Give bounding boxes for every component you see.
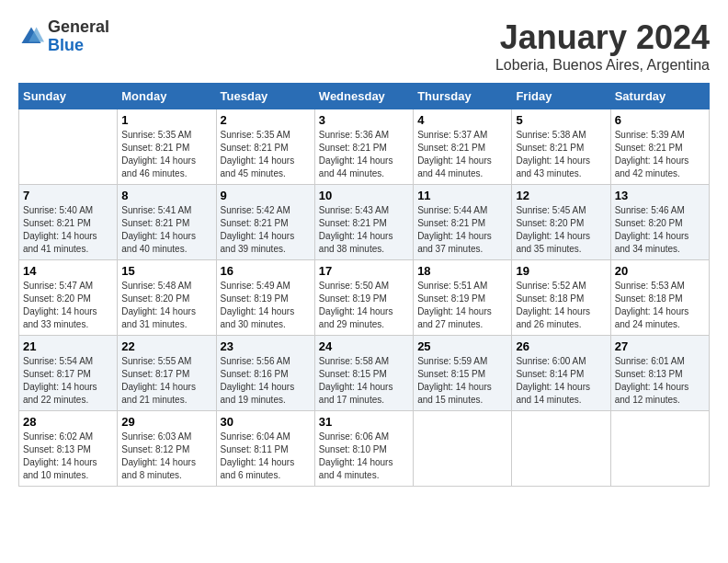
calendar-cell: 24Sunrise: 5:58 AMSunset: 8:15 PMDayligh… (314, 336, 413, 411)
day-info: Sunrise: 5:53 AMSunset: 8:18 PMDaylight:… (615, 280, 705, 331)
day-info: Sunrise: 5:35 AMSunset: 8:21 PMDaylight:… (121, 129, 211, 180)
day-info: Sunrise: 5:37 AMSunset: 8:21 PMDaylight:… (417, 129, 507, 180)
day-number: 21 (23, 339, 113, 353)
calendar-cell: 20Sunrise: 5:53 AMSunset: 8:18 PMDayligh… (610, 260, 709, 336)
calendar-cell: 13Sunrise: 5:46 AMSunset: 8:20 PMDayligh… (610, 185, 709, 260)
calendar-cell: 11Sunrise: 5:44 AMSunset: 8:21 PMDayligh… (414, 185, 512, 260)
day-info: Sunrise: 6:00 AMSunset: 8:14 PMDaylight:… (516, 355, 606, 407)
calendar-cell (512, 411, 610, 487)
day-info: Sunrise: 6:01 AMSunset: 8:13 PMDaylight:… (615, 355, 705, 407)
day-info: Sunrise: 6:04 AMSunset: 8:11 PMDaylight:… (221, 431, 311, 482)
day-number: 10 (319, 189, 409, 202)
calendar-cell: 1Sunrise: 5:35 AMSunset: 8:21 PMDaylight… (118, 109, 216, 185)
day-info: Sunrise: 5:58 AMSunset: 8:15 PMDaylight:… (319, 355, 409, 407)
calendar-cell: 27Sunrise: 6:01 AMSunset: 8:13 PMDayligh… (610, 336, 709, 411)
day-number: 1 (121, 113, 211, 127)
calendar-cell: 18Sunrise: 5:51 AMSunset: 8:19 PMDayligh… (414, 260, 512, 336)
day-info: Sunrise: 6:03 AMSunset: 8:12 PMDaylight:… (121, 431, 211, 482)
day-number: 26 (516, 339, 606, 353)
day-info: Sunrise: 5:44 AMSunset: 8:21 PMDaylight:… (417, 204, 507, 256)
calendar-cell: 15Sunrise: 5:48 AMSunset: 8:20 PMDayligh… (118, 260, 216, 336)
calendar-cell: 2Sunrise: 5:35 AMSunset: 8:21 PMDaylight… (216, 109, 314, 185)
day-number: 28 (23, 415, 113, 429)
calendar-cell: 19Sunrise: 5:52 AMSunset: 8:18 PMDayligh… (512, 260, 610, 336)
day-info: Sunrise: 5:51 AMSunset: 8:19 PMDaylight:… (417, 280, 507, 331)
calendar-cell: 3Sunrise: 5:36 AMSunset: 8:21 PMDaylight… (314, 109, 413, 185)
weekday-header-wednesday: Wednesday (314, 84, 413, 109)
day-number: 20 (615, 264, 705, 278)
day-number: 4 (417, 113, 507, 127)
day-info: Sunrise: 5:54 AMSunset: 8:17 PMDaylight:… (23, 355, 113, 407)
day-number: 6 (615, 113, 705, 127)
calendar-cell: 21Sunrise: 5:54 AMSunset: 8:17 PMDayligh… (19, 336, 118, 411)
calendar-subtitle: Loberia, Buenos Aires, Argentina (495, 57, 710, 74)
day-number: 30 (221, 415, 311, 429)
day-number: 15 (121, 264, 211, 278)
day-info: Sunrise: 5:43 AMSunset: 8:21 PMDaylight:… (319, 204, 409, 256)
day-info: Sunrise: 5:45 AMSunset: 8:20 PMDaylight:… (516, 204, 606, 256)
day-info: Sunrise: 6:06 AMSunset: 8:10 PMDaylight:… (319, 431, 409, 482)
calendar-cell: 17Sunrise: 5:50 AMSunset: 8:19 PMDayligh… (314, 260, 413, 336)
week-row-4: 21Sunrise: 5:54 AMSunset: 8:17 PMDayligh… (19, 336, 710, 411)
calendar-title: January 2024 (495, 18, 710, 57)
day-info: Sunrise: 5:52 AMSunset: 8:18 PMDaylight:… (516, 280, 606, 331)
day-number: 5 (516, 113, 606, 127)
logo-blue: Blue (48, 37, 109, 55)
day-number: 29 (121, 415, 211, 429)
day-number: 2 (221, 113, 311, 127)
weekday-header-row: SundayMondayTuesdayWednesdayThursdayFrid… (19, 84, 710, 109)
weekday-header-tuesday: Tuesday (216, 84, 314, 109)
calendar-cell: 16Sunrise: 5:49 AMSunset: 8:19 PMDayligh… (216, 260, 314, 336)
day-info: Sunrise: 5:42 AMSunset: 8:21 PMDaylight:… (221, 204, 311, 256)
calendar-cell: 30Sunrise: 6:04 AMSunset: 8:11 PMDayligh… (216, 411, 314, 487)
calendar-cell: 10Sunrise: 5:43 AMSunset: 8:21 PMDayligh… (314, 185, 413, 260)
calendar-cell: 22Sunrise: 5:55 AMSunset: 8:17 PMDayligh… (118, 336, 216, 411)
week-row-1: 1Sunrise: 5:35 AMSunset: 8:21 PMDaylight… (19, 109, 710, 185)
day-number: 25 (417, 339, 507, 353)
calendar-cell: 12Sunrise: 5:45 AMSunset: 8:20 PMDayligh… (512, 185, 610, 260)
day-number: 22 (121, 339, 211, 353)
weekday-header-thursday: Thursday (414, 84, 512, 109)
weekday-header-monday: Monday (118, 84, 216, 109)
day-number: 3 (319, 113, 409, 127)
day-info: Sunrise: 5:56 AMSunset: 8:16 PMDaylight:… (221, 355, 311, 407)
calendar-cell: 28Sunrise: 6:02 AMSunset: 8:13 PMDayligh… (19, 411, 118, 487)
calendar-cell: 7Sunrise: 5:40 AMSunset: 8:21 PMDaylight… (19, 185, 118, 260)
week-row-3: 14Sunrise: 5:47 AMSunset: 8:20 PMDayligh… (19, 260, 710, 336)
weekday-header-saturday: Saturday (610, 84, 709, 109)
day-number: 19 (516, 264, 606, 278)
day-number: 7 (23, 189, 113, 202)
calendar-cell: 6Sunrise: 5:39 AMSunset: 8:21 PMDaylight… (610, 109, 709, 185)
calendar-cell: 5Sunrise: 5:38 AMSunset: 8:21 PMDaylight… (512, 109, 610, 185)
day-info: Sunrise: 5:41 AMSunset: 8:21 PMDaylight:… (121, 204, 211, 256)
day-info: Sunrise: 5:35 AMSunset: 8:21 PMDaylight:… (221, 129, 311, 180)
week-row-5: 28Sunrise: 6:02 AMSunset: 8:13 PMDayligh… (19, 411, 710, 487)
day-info: Sunrise: 5:55 AMSunset: 8:17 PMDaylight:… (121, 355, 211, 407)
week-row-2: 7Sunrise: 5:40 AMSunset: 8:21 PMDaylight… (19, 185, 710, 260)
day-number: 14 (23, 264, 113, 278)
day-number: 9 (221, 189, 311, 202)
day-info: Sunrise: 5:40 AMSunset: 8:21 PMDaylight:… (23, 204, 113, 256)
calendar-cell: 26Sunrise: 6:00 AMSunset: 8:14 PMDayligh… (512, 336, 610, 411)
day-number: 11 (417, 189, 507, 202)
calendar-cell: 14Sunrise: 5:47 AMSunset: 8:20 PMDayligh… (19, 260, 118, 336)
day-number: 13 (615, 189, 705, 202)
page-header: General Blue January 2024 Loberia, Bueno… (18, 18, 710, 74)
calendar-cell: 25Sunrise: 5:59 AMSunset: 8:15 PMDayligh… (414, 336, 512, 411)
day-number: 16 (221, 264, 311, 278)
day-number: 23 (221, 339, 311, 353)
calendar-cell: 29Sunrise: 6:03 AMSunset: 8:12 PMDayligh… (118, 411, 216, 487)
day-info: Sunrise: 5:38 AMSunset: 8:21 PMDaylight:… (516, 129, 606, 180)
calendar-cell: 9Sunrise: 5:42 AMSunset: 8:21 PMDaylight… (216, 185, 314, 260)
calendar-cell: 4Sunrise: 5:37 AMSunset: 8:21 PMDaylight… (414, 109, 512, 185)
day-info: Sunrise: 5:48 AMSunset: 8:20 PMDaylight:… (121, 280, 211, 331)
calendar-cell: 8Sunrise: 5:41 AMSunset: 8:21 PMDaylight… (118, 185, 216, 260)
logo-text: General Blue (48, 18, 109, 55)
day-number: 8 (121, 189, 211, 202)
day-info: Sunrise: 6:02 AMSunset: 8:13 PMDaylight:… (23, 431, 113, 482)
calendar-cell: 31Sunrise: 6:06 AMSunset: 8:10 PMDayligh… (314, 411, 413, 487)
day-number: 24 (319, 339, 409, 353)
day-info: Sunrise: 5:59 AMSunset: 8:15 PMDaylight:… (417, 355, 507, 407)
day-number: 17 (319, 264, 409, 278)
day-info: Sunrise: 5:36 AMSunset: 8:21 PMDaylight:… (319, 129, 409, 180)
